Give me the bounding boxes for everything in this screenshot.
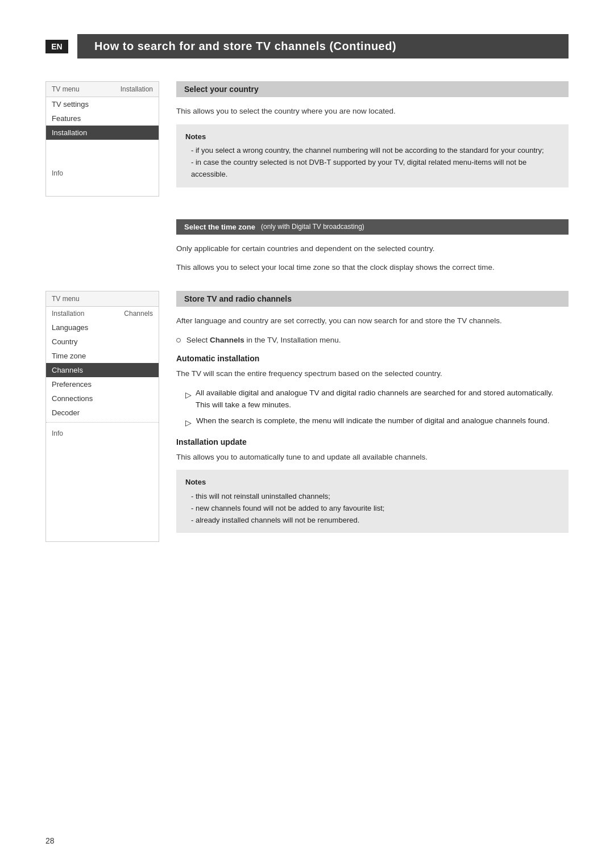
page-container: EN How to search for and store TV channe… — [0, 0, 614, 868]
menu-panel-1-header: TV menu Installation — [46, 82, 159, 97]
menu-panel-1: TV menu Installation TV settings Feature… — [45, 81, 159, 197]
select-country-body: This allows you to select the country wh… — [176, 105, 569, 118]
time-zone-sub-label: (only with Digital TV broadcasting) — [261, 223, 364, 231]
page-header: EN How to search for and store TV channe… — [45, 34, 569, 59]
auto-install-bullet-1: ▷ All available digital and analogue TV … — [176, 387, 569, 411]
time-zone-bar: Select the time zone (only with Digital … — [176, 219, 569, 235]
menu-item-country: Country — [46, 335, 159, 349]
select-bold: Channels — [210, 336, 244, 344]
section1-row: TV menu Installation TV settings Feature… — [45, 81, 569, 197]
auto-install-bullet-1-text: All available digital and analogue TV an… — [196, 387, 569, 411]
circle-bullet-icon — [176, 338, 181, 343]
store-tv-body1: After language and country are set corre… — [176, 315, 569, 327]
notes-list-2: this will not reinstall uninstalled chan… — [185, 491, 559, 526]
auto-install-bullet-2-text: When the search is complete, the menu wi… — [196, 415, 549, 427]
store-tv-heading: Store TV and radio channels — [176, 291, 569, 307]
page-number: 28 — [45, 836, 55, 845]
select-country-heading: Select your country — [176, 81, 569, 97]
install-note-1: this will not reinstall uninstalled chan… — [185, 491, 559, 503]
notes-title-1: Notes — [185, 131, 559, 143]
select-channels-line: Select Channels in the TV, Installation … — [176, 334, 569, 347]
page-title: How to search for and store TV channels … — [77, 34, 569, 59]
menu-item-connections: Connections — [46, 391, 159, 406]
auto-install-bullet-2: ▷ When the search is complete, the menu … — [176, 415, 569, 429]
menu-item-tv-settings: TV settings — [46, 97, 159, 111]
content-panel-2: Store TV and radio channels After langua… — [176, 291, 569, 542]
install-update-body: This allows you to automatically tune to… — [176, 451, 569, 464]
select-country-notes: Notes if you select a wrong country, the… — [176, 124, 569, 187]
install-update-notes: Notes this will not reinstall uninstalle… — [176, 470, 569, 533]
lang-badge: EN — [45, 40, 68, 53]
menu-item-installation: Installation — [46, 126, 159, 140]
note-item-1: if you select a wrong country, the chann… — [185, 145, 559, 157]
notes-title-2: Notes — [185, 477, 559, 489]
menu-panel-2: TV menu Installation Channels Languages … — [45, 291, 159, 542]
install-note-3: already installed channels will not be r… — [185, 515, 559, 527]
menu-sub-channels: Channels — [124, 310, 153, 318]
menu-item-languages: Languages — [46, 320, 159, 335]
section2-row: Select the time zone (only with Digital … — [45, 219, 569, 274]
menu-info-1: Info — [46, 166, 159, 181]
menu-item-features: Features — [46, 111, 159, 126]
content-panel-1: Select your country This allows you to s… — [176, 81, 569, 197]
time-zone-body2: This allows you to select your local tim… — [176, 261, 569, 274]
select-suffix: in the TV, Installation menu. — [244, 336, 341, 344]
menu-header-tv-2: TV menu — [52, 295, 80, 303]
notes-list-1: if you select a wrong country, the chann… — [185, 145, 559, 180]
note-item-2: in case the country selected is not DVB-… — [185, 157, 559, 181]
section3-row: TV menu Installation Channels Languages … — [45, 291, 569, 542]
auto-install-title: Automatic installation — [176, 354, 569, 363]
menu-item-channels: Channels — [46, 363, 159, 377]
arrow-bullet-2: ▷ — [185, 417, 192, 429]
select-text: Select — [186, 336, 210, 344]
menu-item-timezone: Time zone — [46, 349, 159, 363]
time-zone-main-label: Select the time zone — [184, 223, 255, 231]
menu-item-preferences: Preferences — [46, 377, 159, 391]
install-note-2: new channels found will not be added to … — [185, 503, 559, 515]
menu-panel-2-header: TV menu — [46, 291, 159, 307]
menu-info-2: Info — [46, 426, 159, 441]
time-zone-body1: Only applicable for certain countries an… — [176, 243, 569, 255]
menu-sub-installation: Installation — [52, 310, 84, 318]
menu-header-tv: TV menu — [52, 85, 80, 93]
menu-item-decoder: Decoder — [46, 406, 159, 420]
auto-install-body: The TV will scan the entire frequency sp… — [176, 368, 569, 380]
menu-header-installation: Installation — [121, 85, 153, 93]
install-update-title: Installation update — [176, 437, 569, 446]
arrow-bullet-1: ▷ — [185, 389, 191, 402]
